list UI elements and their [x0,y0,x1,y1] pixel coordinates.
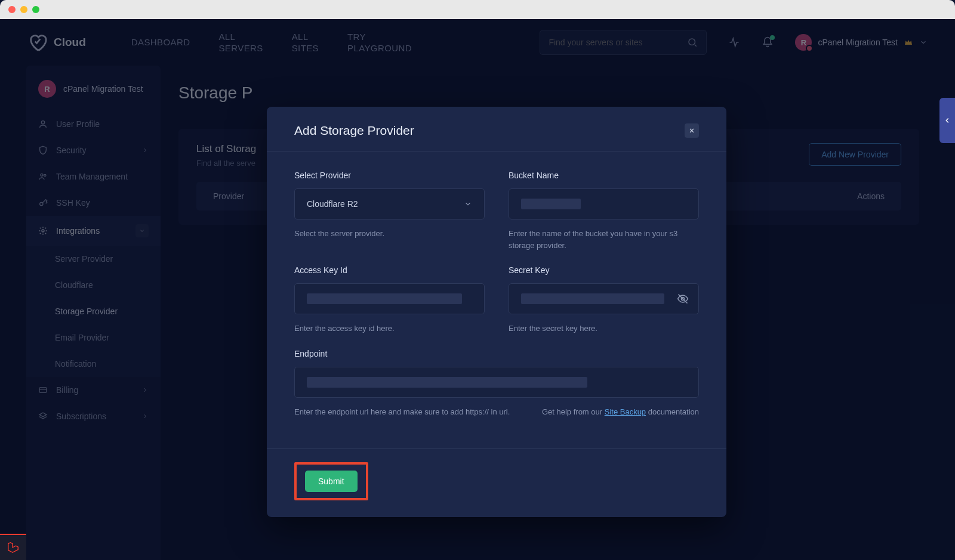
eye-off-icon [677,293,689,305]
traffic-light-minimize[interactable] [20,6,27,13]
redacted-value [307,293,462,304]
help-endpoint-right: Get help from our Site Backup documentat… [542,406,699,418]
add-storage-provider-modal: Add Storage Provider Select Provider Clo… [267,107,726,517]
help-secret-key: Enter the secret key here. [509,323,699,335]
redacted-value [521,199,581,209]
label-select-provider: Select Provider [294,171,485,180]
help-bucket-name: Enter the name of the bucket you have in… [509,228,699,251]
label-endpoint: Endpoint [294,349,699,358]
label-access-key: Access Key Id [294,265,485,275]
collapse-panel-tab[interactable] [939,98,955,143]
close-icon [688,127,695,134]
select-provider-dropdown[interactable]: Cloudflare R2 [294,188,485,219]
site-backup-link[interactable]: Site Backup [605,407,646,416]
label-bucket-name: Bucket Name [509,171,699,180]
help-endpoint-left: Enter the endpoint url here and make sur… [294,406,510,418]
chevron-left-icon [943,116,951,125]
laravel-badge[interactable] [0,534,26,560]
toggle-visibility-button[interactable] [677,293,689,305]
field-select-provider: Select Provider Cloudflare R2 Select the… [294,171,485,251]
redacted-value [307,377,587,388]
secret-key-input-wrap[interactable] [509,283,699,314]
close-button[interactable] [685,123,699,138]
select-provider-value: Cloudflare R2 [307,199,358,209]
submit-highlight: Submit [294,462,368,500]
help-select-provider: Select the server provider. [294,228,485,240]
label-secret-key: Secret Key [509,265,699,275]
submit-button[interactable]: Submit [305,471,358,492]
window-titlebar [0,0,955,19]
modal-title: Add Storage Provider [294,123,414,138]
bucket-name-input-wrap[interactable] [509,188,699,219]
redacted-value [521,293,664,304]
field-access-key: Access Key Id Enter the access key id he… [294,265,485,335]
field-endpoint: Endpoint Enter the endpoint url here and… [294,349,699,418]
traffic-light-close[interactable] [8,6,16,13]
chevron-down-icon [464,200,472,208]
help-access-key: Enter the access key id here. [294,323,485,335]
endpoint-input-wrap[interactable] [294,367,699,398]
laravel-icon [7,541,20,554]
access-key-input-wrap[interactable] [294,283,485,314]
field-bucket-name: Bucket Name Enter the name of the bucket… [509,171,699,251]
traffic-light-zoom[interactable] [32,6,39,13]
field-secret-key: Secret Key Enter the secret key here. [509,265,699,335]
